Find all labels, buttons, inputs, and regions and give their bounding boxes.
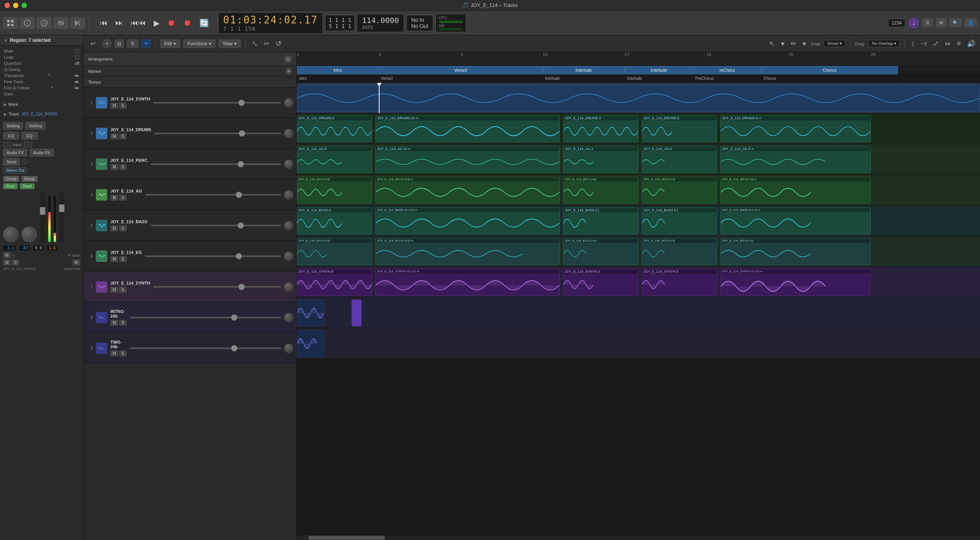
read-button-1[interactable]: Read: [3, 183, 18, 189]
functions-menu-button[interactable]: Functions ▾: [183, 40, 215, 48]
solo-btn-1[interactable]: S: [119, 103, 127, 109]
track-volume-knob-6[interactable]: [284, 252, 293, 261]
bpm-display[interactable]: 114.0000 AUTO: [357, 14, 404, 32]
list-view-btn[interactable]: ☰: [922, 18, 933, 27]
clip-4-1[interactable]: JOY_E_114_AG.6 (+2): [297, 177, 372, 204]
m-button-bottom[interactable]: M: [3, 252, 11, 258]
clip-8-2[interactable]: [352, 300, 362, 326]
more-toggle[interactable]: ▶ More: [4, 102, 79, 107]
section-chorus[interactable]: Chorus: [761, 66, 898, 74]
scissors-icon-btn[interactable]: [71, 17, 85, 29]
clip-2-2[interactable]: JOY_E_114_DRUMS.10 ∞: [375, 115, 560, 142]
track-fader-9[interactable]: [130, 347, 281, 349]
rewind-button[interactable]: ⏮: [98, 18, 110, 28]
pencil-tool-btn[interactable]: ✏: [789, 38, 798, 49]
crossfade-icon-btn[interactable]: ⇔: [943, 38, 952, 49]
clip-3-2[interactable]: JOY_E_114_AG.10 ∞: [375, 146, 560, 173]
mute-btn-5[interactable]: M: [110, 226, 118, 231]
track-volume-knob-2[interactable]: [284, 129, 293, 138]
loop-mode-button[interactable]: ⟲: [141, 40, 150, 48]
clip-3-5[interactable]: JOY_E_114_AG.9 ∞: [720, 146, 871, 173]
track-fader-1[interactable]: [153, 102, 281, 104]
link-icon-2[interactable]: [24, 142, 32, 147]
minimize-button[interactable]: [13, 3, 18, 8]
record-alt-button[interactable]: ⏺: [181, 17, 194, 29]
play-button[interactable]: ▶: [151, 18, 162, 28]
clip-4-2[interactable]: JOY_E_114_AG.10 (+2) ∞: [375, 177, 560, 204]
clip-7-4[interactable]: JOY_E_114_SYNTH.5: [642, 269, 717, 296]
pan-knob-2[interactable]: [21, 227, 37, 242]
clip-4-5[interactable]: JOY_E_114_AG.9 (+2) ∞: [720, 177, 871, 204]
send-button[interactable]: Send: [3, 158, 20, 166]
audio-fx-button-2[interactable]: Audio FX: [30, 149, 54, 156]
clip-2-3[interactable]: JOY_E_114_DRUMS.3: [563, 115, 638, 142]
users-btn[interactable]: 👤: [965, 18, 977, 27]
info-icon-btn[interactable]: i: [20, 17, 35, 29]
mute-btn-1[interactable]: M: [110, 103, 118, 109]
mixer-icon-btn[interactable]: [54, 17, 68, 29]
clip-8-1[interactable]: [297, 300, 324, 326]
solo-btn-7[interactable]: S: [119, 287, 127, 293]
clip-3-4[interactable]: JOY_E_114_AG.5: [642, 146, 717, 173]
track-volume-knob-4[interactable]: [284, 190, 293, 199]
loop-checkbox[interactable]: [75, 55, 79, 59]
eq-button-2[interactable]: EQ: [21, 132, 38, 140]
gain-icon-btn[interactable]: 🔊: [965, 38, 977, 49]
clip-4-4[interactable]: JOY_E_114_AG.5 (+2): [642, 177, 717, 204]
link-icon-1[interactable]: [3, 142, 12, 147]
clip-7-2[interactable]: JOY_E_114_SYNTH.10 (+2) ∞: [375, 269, 560, 296]
solo-btn-8[interactable]: S: [119, 320, 127, 326]
fader-1[interactable]: [40, 192, 45, 242]
snap-value[interactable]: Smart ▾: [824, 40, 845, 47]
pan-knob-1[interactable]: [3, 227, 18, 242]
clip-2-1[interactable]: JOY_E_114_DRUMS.6: [297, 115, 372, 142]
mute-btn-3[interactable]: M: [110, 164, 118, 170]
clip-2-5[interactable]: JOY_E_114_DRUMS.9 ∞: [720, 115, 871, 142]
add-arrangement-btn[interactable]: +: [284, 55, 292, 63]
clip-5-1[interactable]: JOY_E_114_BASS.6: [297, 207, 372, 234]
m-btn-channel-2[interactable]: M: [72, 260, 80, 265]
pencil-dropdown-btn[interactable]: ▾: [801, 38, 807, 49]
setting-button-2[interactable]: Setting: [25, 122, 45, 130]
search-btn[interactable]: 🔍: [949, 18, 962, 27]
clip-7-5[interactable]: JOY_E_114_SYNTH.9 (+2) ∞: [720, 269, 871, 296]
track-volume-knob-5[interactable]: [284, 221, 293, 230]
clip-4-3[interactable]: JOY_E_114_AG.3 (+2): [563, 177, 638, 204]
send-knob[interactable]: [22, 159, 28, 165]
clip-3-1[interactable]: JOY_E_114_AG.6: [297, 146, 372, 173]
section-verse2[interactable]: Verse2: [379, 66, 543, 74]
mute-btn-8[interactable]: M: [110, 320, 118, 326]
section-interlude-1[interactable]: Interlude: [543, 66, 625, 74]
maximize-button[interactable]: [21, 3, 27, 8]
fast-forward-button[interactable]: ⏭: [113, 18, 125, 28]
track-fader-8[interactable]: [130, 317, 281, 318]
edit-menu-button[interactable]: Edit ▾: [160, 40, 180, 48]
section-intro[interactable]: Intro: [297, 66, 379, 74]
add-marker-btn[interactable]: +: [286, 68, 292, 74]
clip-7-3[interactable]: JOY_E_114_SYNTH.3: [563, 269, 638, 296]
stereo-out-button[interactable]: Stereo Out: [3, 167, 27, 174]
clip-2-4[interactable]: JOY_E_114_DRUMS.5: [642, 115, 717, 142]
m-btn-channel[interactable]: M: [3, 260, 11, 265]
align-icon-btn[interactable]: ⊣: [919, 38, 928, 49]
clip-6-4[interactable]: JOY_E_114_EG.5 (+2): [642, 238, 717, 265]
record-button[interactable]: ⏺: [165, 17, 178, 29]
expand-icon-btn[interactable]: ⤢: [931, 38, 940, 49]
go-start-button[interactable]: ⏮⏮: [128, 18, 148, 28]
mute-btn-9[interactable]: M: [110, 351, 118, 356]
cycle-icon-btn[interactable]: ↺: [274, 38, 283, 49]
clip-6-3[interactable]: JOY_E_114_EG.3 (+2): [563, 238, 638, 265]
track-volume-knob-3[interactable]: [284, 160, 293, 169]
scrollbar-thumb[interactable]: [308, 536, 385, 540]
pointer-dropdown-btn[interactable]: ▾: [779, 38, 786, 49]
section-rechorus[interactable]: reChoru: [693, 66, 761, 74]
solo-btn-5[interactable]: S: [119, 226, 127, 231]
list-btn[interactable]: ⊟: [115, 40, 124, 48]
horizontal-scrollbar[interactable]: [297, 535, 980, 540]
track-volume-knob-7[interactable]: [284, 282, 293, 291]
track-fader-7[interactable]: [153, 286, 281, 288]
group-button-2[interactable]: Group: [21, 176, 38, 182]
solo-btn-4[interactable]: S: [119, 195, 127, 201]
track-fader-6[interactable]: [145, 255, 281, 257]
eq-button-1[interactable]: EQ: [3, 132, 19, 140]
